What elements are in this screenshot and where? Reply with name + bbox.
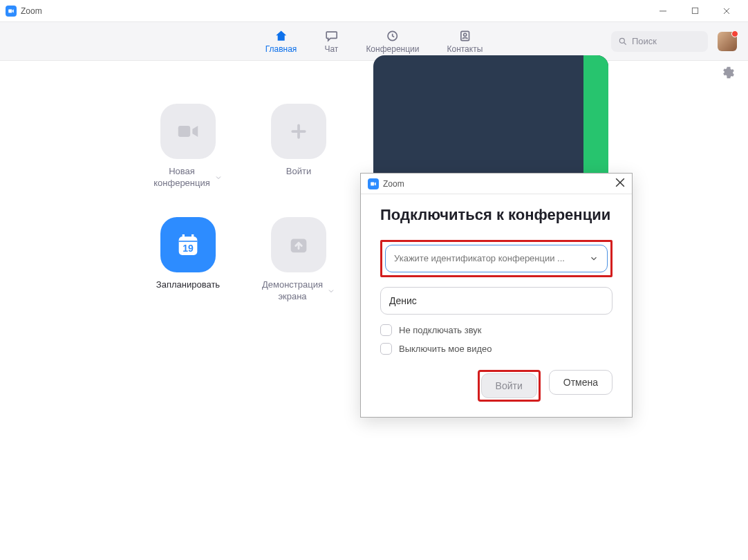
window-controls xyxy=(647,0,742,22)
titlebar-left: Zoom xyxy=(6,6,42,17)
tile-schedule[interactable]: 19 Запланировать xyxy=(133,217,243,303)
chevron-down-icon[interactable] xyxy=(214,174,223,182)
gear-icon[interactable] xyxy=(722,66,736,80)
join-button[interactable]: Войти xyxy=(481,373,537,398)
name-input[interactable] xyxy=(380,287,613,315)
meeting-id-placeholder: Укажите идентификатор конференции ... xyxy=(394,253,565,263)
tile-join[interactable]: Войти xyxy=(243,104,354,189)
calendar-icon: 19 xyxy=(160,217,216,272)
nav-chat-label: Чат xyxy=(324,44,338,54)
clock-icon xyxy=(386,29,400,43)
dialog-heading: Подключиться к конференции xyxy=(380,205,613,225)
checkbox-icon xyxy=(380,324,392,336)
nav-contacts-label: Контакты xyxy=(447,44,483,54)
nav-home[interactable]: Главная xyxy=(265,29,297,54)
close-button[interactable] xyxy=(711,0,742,22)
tile-schedule-label: Запланировать xyxy=(156,279,220,291)
chevron-down-icon xyxy=(589,254,599,263)
avatar[interactable] xyxy=(718,32,737,51)
nav-contacts[interactable]: Контакты xyxy=(447,29,483,54)
top-nav: Главная Чат Конференции Контакты Поиск xyxy=(0,22,748,61)
dialog-close-button[interactable] xyxy=(615,178,625,189)
audio-checkbox-label: Не подключать звук xyxy=(399,325,482,335)
action-tiles: Новая конференция Войти 19 Запланировать… xyxy=(133,104,354,303)
dialog-titlebar: Zoom xyxy=(361,174,632,194)
zoom-logo-icon xyxy=(368,178,379,189)
svg-rect-2 xyxy=(692,8,698,13)
zoom-logo-icon xyxy=(6,6,17,17)
nav-right: Поиск xyxy=(611,31,737,52)
calendar-day: 19 xyxy=(183,243,194,254)
checkbox-icon xyxy=(380,343,392,355)
contacts-icon xyxy=(458,29,471,43)
maximize-button[interactable] xyxy=(679,0,711,22)
share-icon xyxy=(271,217,326,272)
svg-rect-0 xyxy=(8,9,12,12)
meeting-id-combo[interactable]: Укажите идентификатор конференции ... xyxy=(385,245,608,272)
join-button-highlight: Войти xyxy=(478,370,541,402)
nav-chat[interactable]: Чат xyxy=(324,29,338,54)
nav-meetings-label: Конференции xyxy=(366,44,419,54)
tile-new-meeting-label: Новая конференция xyxy=(153,166,210,189)
tile-share-screen[interactable]: Демонстрация экрана xyxy=(243,217,354,303)
minimize-button[interactable] xyxy=(647,0,679,22)
search-placeholder: Поиск xyxy=(632,36,657,46)
cancel-button[interactable]: Отмена xyxy=(549,370,613,395)
meeting-id-highlight: Укажите идентификатор конференции ... xyxy=(380,240,613,277)
svg-line-9 xyxy=(624,42,626,44)
titlebar: Zoom xyxy=(0,0,748,22)
nav-home-label: Главная xyxy=(265,44,297,54)
svg-rect-18 xyxy=(371,182,374,185)
svg-point-7 xyxy=(463,33,466,36)
video-icon xyxy=(160,104,216,159)
audio-checkbox-row[interactable]: Не подключать звук xyxy=(380,324,613,336)
dialog-actions: Войти Отмена xyxy=(380,370,613,402)
close-icon xyxy=(615,178,625,187)
window-title: Zoom xyxy=(21,6,42,16)
dialog-body: Подключиться к конференции Укажите идент… xyxy=(361,194,632,417)
tile-join-label: Войти xyxy=(286,166,311,178)
nav-tabs: Главная Чат Конференции Контакты xyxy=(265,29,483,54)
join-button-label: Войти xyxy=(496,380,523,391)
chevron-down-icon[interactable] xyxy=(327,287,335,295)
tile-new-meeting[interactable]: Новая конференция xyxy=(133,104,243,189)
chat-icon xyxy=(324,29,338,43)
search-input[interactable]: Поиск xyxy=(611,31,708,52)
video-checkbox-label: Выключить мое видео xyxy=(399,344,492,354)
tile-share-label: Демонстрация экрана xyxy=(262,279,323,303)
svg-rect-10 xyxy=(178,126,190,137)
video-checkbox-row[interactable]: Выключить мое видео xyxy=(380,343,613,355)
svg-point-8 xyxy=(619,38,624,43)
cancel-button-label: Отмена xyxy=(563,377,598,388)
home-icon xyxy=(274,29,288,43)
nav-meetings[interactable]: Конференции xyxy=(366,29,419,54)
name-field-wrap xyxy=(380,287,613,315)
dialog-title: Zoom xyxy=(383,179,404,189)
search-icon xyxy=(618,37,628,46)
plus-icon xyxy=(271,104,326,159)
join-dialog: Zoom Подключиться к конференции Укажите … xyxy=(360,173,633,418)
